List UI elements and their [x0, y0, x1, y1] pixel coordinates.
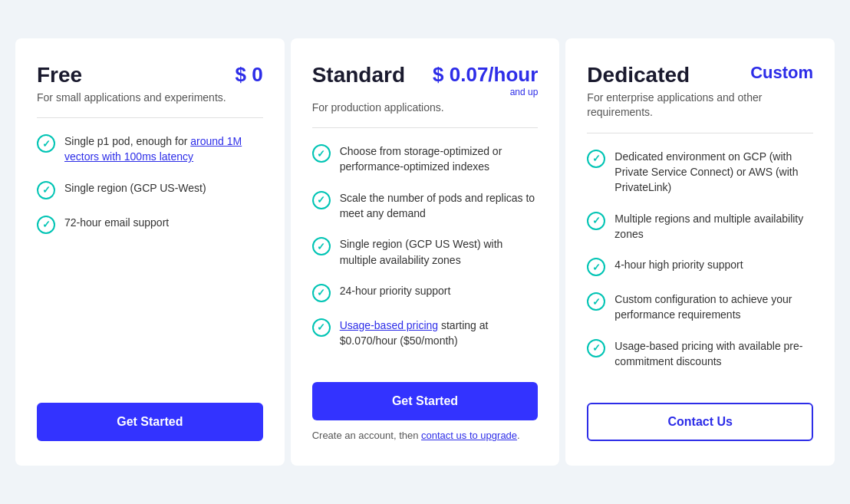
check-icon	[587, 212, 605, 230]
free-plan-price: $ 0	[236, 63, 263, 87]
check-icon	[37, 134, 55, 153]
feature-text: Dedicated environment on GCP (with Priva…	[614, 149, 813, 196]
feature-text: Single region (GCP US West) with multipl…	[340, 236, 539, 268]
check-icon	[312, 144, 331, 163]
list-item: Dedicated environment on GCP (with Priva…	[587, 149, 813, 196]
free-features-list: Single p1 pod, enough for around 1M vect…	[37, 133, 263, 384]
standard-plan-price: $ 0.07/hour and up	[433, 63, 538, 97]
check-icon	[587, 150, 605, 168]
list-item: Usage-based pricing with available pre-c…	[587, 338, 813, 370]
list-item: Single region (GCP US-West)	[37, 180, 263, 199]
list-item: 24-hour priority support	[312, 283, 539, 302]
dedicated-plan-subtitle: For enterprise applications and other re…	[587, 91, 813, 120]
dedicated-plan-title: Dedicated	[587, 63, 690, 87]
vectors-link[interactable]: around 1M vectors with 100ms latency	[64, 135, 242, 163]
check-icon	[312, 284, 331, 302]
list-item: Multiple regions and multiple availabili…	[587, 211, 813, 242]
feature-text: 72-hour email support	[64, 215, 169, 230]
feature-text: Single region (GCP US-West)	[64, 180, 206, 196]
list-item: 4-hour high priority support	[587, 257, 813, 276]
list-item: Single p1 pod, enough for around 1M vect…	[37, 133, 263, 165]
feature-text: 4-hour high priority support	[614, 257, 743, 272]
dedicated-features-list: Dedicated environment on GCP (with Priva…	[587, 149, 813, 385]
list-item: Single region (GCP US West) with multipl…	[312, 236, 539, 268]
list-item: Usage-based pricing starting at $0.070/h…	[312, 318, 539, 349]
feature-text: Custom configuration to achieve your per…	[614, 292, 813, 323]
feature-text: Usage-based pricing starting at $0.070/h…	[340, 318, 539, 349]
free-get-started-button[interactable]: Get Started	[37, 403, 263, 441]
standard-price-sub: and up	[433, 87, 538, 97]
check-icon	[37, 216, 55, 234]
usage-pricing-link[interactable]: Usage-based pricing	[340, 319, 438, 331]
list-item: Custom configuration to achieve your per…	[587, 292, 813, 323]
standard-after-cta: Create an account, then contact us to up…	[312, 430, 539, 441]
standard-plan-subtitle: For production applications.	[312, 100, 539, 116]
pricing-container: Free $ 0 For small applications and expe…	[15, 38, 835, 466]
standard-divider	[312, 127, 539, 128]
check-icon	[312, 191, 331, 209]
dedicated-plan-price: Custom	[750, 63, 813, 83]
check-icon	[587, 258, 605, 276]
standard-features-list: Choose from storage-optimized or perform…	[312, 143, 539, 364]
standard-plan-header: Standard $ 0.07/hour and up	[312, 63, 539, 97]
free-plan-title: Free	[37, 63, 82, 87]
contact-us-upgrade-link[interactable]: contact us to upgrade	[421, 430, 517, 441]
dedicated-plan-card: Dedicated Custom For enterprise applicat…	[565, 38, 835, 466]
standard-get-started-button[interactable]: Get Started	[312, 382, 539, 420]
check-icon	[587, 339, 605, 357]
dedicated-contact-us-button[interactable]: Contact Us	[587, 403, 813, 441]
list-item: Scale the number of pods and replicas to…	[312, 190, 539, 222]
list-item: 72-hour email support	[37, 215, 263, 234]
check-icon	[312, 318, 331, 337]
free-plan-header: Free $ 0	[37, 63, 263, 87]
check-icon	[587, 292, 605, 311]
feature-text: Usage-based pricing with available pre-c…	[614, 338, 813, 370]
dedicated-divider	[587, 133, 813, 133]
list-item: Choose from storage-optimized or perform…	[312, 143, 539, 175]
free-plan-card: Free $ 0 For small applications and expe…	[15, 38, 285, 466]
check-icon	[312, 237, 331, 255]
feature-text: Scale the number of pods and replicas to…	[340, 190, 539, 222]
feature-text: Single p1 pod, enough for around 1M vect…	[64, 133, 263, 165]
free-plan-subtitle: For small applications and experiments.	[37, 91, 263, 106]
free-divider	[37, 117, 263, 118]
feature-text: Multiple regions and multiple availabili…	[614, 211, 813, 242]
dedicated-plan-header: Dedicated Custom	[587, 63, 813, 87]
feature-text: 24-hour priority support	[340, 283, 451, 298]
standard-plan-title: Standard	[312, 63, 405, 87]
standard-plan-card: Standard $ 0.07/hour and up For producti…	[291, 38, 560, 466]
check-icon	[37, 181, 55, 199]
feature-text: Choose from storage-optimized or perform…	[340, 143, 539, 175]
